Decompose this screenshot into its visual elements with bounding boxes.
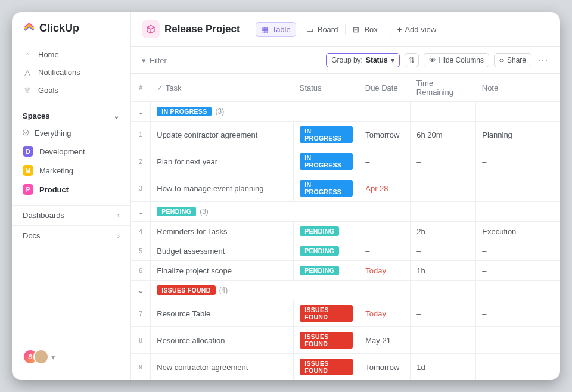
chevron-down-icon[interactable]: ▾: [51, 353, 55, 362]
cell-task[interactable]: Reminders for Tasks: [151, 222, 294, 241]
group-toggle[interactable]: ⌄: [131, 281, 151, 300]
sidebar-item-notifications[interactable]: △Notifications: [12, 63, 130, 81]
status-pill[interactable]: ISSUES FOUND: [300, 305, 353, 322]
table-container[interactable]: # ✓Task Status Due Date Time Remaining N…: [131, 74, 560, 380]
cell-time[interactable]: –: [411, 281, 476, 300]
cell-task[interactable]: Resource Table: [151, 300, 294, 327]
cell-due[interactable]: Tomorrow: [359, 122, 411, 148]
cell-status[interactable]: ISSUES FOUND: [294, 354, 359, 381]
cell-time[interactable]: –: [411, 300, 476, 327]
groupby-prefix: Group by:: [331, 56, 363, 64]
cell-time[interactable]: 1h: [411, 261, 476, 281]
groupby-value: Status: [366, 56, 388, 64]
column-header-task[interactable]: ✓Task: [151, 74, 294, 102]
cell-note[interactable]: Planning: [476, 122, 560, 148]
cell-status[interactable]: IN PROGRESS: [294, 148, 359, 175]
cell-due[interactable]: May 21: [359, 327, 411, 354]
cell-status[interactable]: PENDING: [294, 241, 359, 261]
cell-note[interactable]: –: [476, 175, 560, 202]
status-pill[interactable]: ISSUES FOUND: [300, 359, 353, 375]
cell-task[interactable]: New contractor agreement: [151, 354, 294, 381]
status-pill[interactable]: IN PROGRESS: [300, 126, 353, 143]
group-status-pill[interactable]: PENDING: [157, 207, 196, 216]
cell-time[interactable]: 2h: [411, 222, 476, 241]
cell-task[interactable]: Update contractor agreement: [151, 122, 294, 148]
cell-due[interactable]: –: [359, 281, 411, 300]
status-pill[interactable]: PENDING: [300, 266, 339, 275]
cell-note[interactable]: Execution: [476, 222, 560, 241]
column-header-due[interactable]: Due Date: [359, 74, 411, 102]
cell-time[interactable]: –: [411, 148, 476, 175]
cell-due[interactable]: Today: [359, 261, 411, 281]
cell-due[interactable]: Tomorrow: [359, 354, 411, 381]
cell-time[interactable]: –: [411, 327, 476, 354]
brand-logo[interactable]: ClickUp: [12, 21, 130, 45]
cell-note[interactable]: –: [476, 354, 560, 381]
cell-due[interactable]: Today: [359, 300, 411, 327]
cell-note[interactable]: –: [476, 281, 560, 300]
cell-task[interactable]: How to manage event planning: [151, 175, 294, 202]
cell-time[interactable]: 1d: [411, 354, 476, 381]
cube-icon: [146, 24, 156, 34]
filter-button[interactable]: ▾ Filter: [142, 56, 167, 65]
view-table-button[interactable]: ▦Table: [256, 22, 296, 37]
cell-due[interactable]: –: [359, 241, 411, 261]
cell-status[interactable]: IN PROGRESS: [294, 175, 359, 202]
cell-task[interactable]: Finalize project scope: [151, 261, 294, 281]
cell-status[interactable]: IN PROGRESS: [294, 122, 359, 148]
hide-columns-button[interactable]: 👁 Hide Columns: [424, 53, 489, 67]
column-header-time[interactable]: Time Remaining: [411, 74, 476, 102]
cell-time[interactable]: –: [411, 175, 476, 202]
cell-status[interactable]: ISSUES FOUND: [294, 300, 359, 327]
group-status-pill[interactable]: ISSUES FOUND: [157, 285, 215, 295]
sidebar-item-goals[interactable]: ♕Goals: [12, 81, 130, 99]
sidebar-space-development[interactable]: DDevelopment: [12, 142, 130, 161]
more-button[interactable]: ⋯: [536, 54, 549, 67]
status-pill[interactable]: ISSUES FOUND: [300, 332, 353, 349]
spaces-header[interactable]: Spaces ⌄: [12, 105, 130, 124]
group-toggle[interactable]: ⌄: [131, 202, 151, 222]
status-pill[interactable]: IN PROGRESS: [300, 153, 353, 170]
cell-status[interactable]: PENDING: [294, 222, 359, 241]
view-box-button[interactable]: ⊞Box: [345, 23, 382, 36]
column-header-num[interactable]: #: [131, 74, 151, 102]
group-status-pill[interactable]: IN PROGRESS: [157, 107, 212, 116]
status-pill[interactable]: PENDING: [300, 246, 339, 256]
sidebar-item-docs[interactable]: Docs ›: [12, 225, 130, 245]
tasks-table: # ✓Task Status Due Date Time Remaining N…: [131, 74, 560, 380]
cell-note[interactable]: –: [476, 148, 560, 175]
status-pill[interactable]: PENDING: [300, 226, 339, 236]
sidebar-item-label: Goals: [38, 86, 58, 95]
sidebar-item-everything[interactable]: ⦾ Everything: [12, 124, 130, 142]
column-header-status[interactable]: Status: [294, 74, 359, 102]
sidebar-space-product[interactable]: PProduct: [12, 180, 130, 199]
avatar[interactable]: [33, 349, 49, 365]
cell-status[interactable]: ISSUES FOUND: [294, 327, 359, 354]
sort-button[interactable]: ⇅: [405, 53, 419, 67]
sidebar-space-marketing[interactable]: MMarketing: [12, 161, 130, 180]
cell-task[interactable]: Resource allocation: [151, 327, 294, 354]
share-button[interactable]: ‹› Share: [494, 53, 531, 67]
table-row: 4Reminders for TasksPENDING–2hExecution: [131, 222, 560, 241]
cell-task[interactable]: Plan for next year: [151, 148, 294, 175]
cell-status[interactable]: PENDING: [294, 261, 359, 281]
column-header-note[interactable]: Note: [476, 74, 560, 102]
cell-row-number: 4: [131, 222, 151, 241]
cell-due[interactable]: –: [359, 222, 411, 241]
cell-time[interactable]: –: [411, 241, 476, 261]
view-board-button[interactable]: ▭Board: [299, 23, 343, 36]
cell-note[interactable]: –: [476, 261, 560, 281]
cell-due[interactable]: Apr 28: [359, 175, 411, 202]
groupby-button[interactable]: Group by: Status ▾: [326, 53, 399, 67]
cell-task[interactable]: Budget assessment: [151, 241, 294, 261]
cell-note[interactable]: –: [476, 241, 560, 261]
cell-note[interactable]: –: [476, 300, 560, 327]
group-toggle[interactable]: ⌄: [131, 102, 151, 122]
status-pill[interactable]: IN PROGRESS: [300, 180, 353, 197]
cell-time[interactable]: 6h 20m: [411, 122, 476, 148]
sidebar-item-home[interactable]: ⌂Home: [12, 45, 130, 63]
cell-due[interactable]: –: [359, 148, 411, 175]
cell-note[interactable]: –: [476, 327, 560, 354]
sidebar-item-dashboards[interactable]: Dashboards ›: [12, 205, 130, 225]
add-view-button[interactable]: + Add view: [390, 23, 441, 36]
